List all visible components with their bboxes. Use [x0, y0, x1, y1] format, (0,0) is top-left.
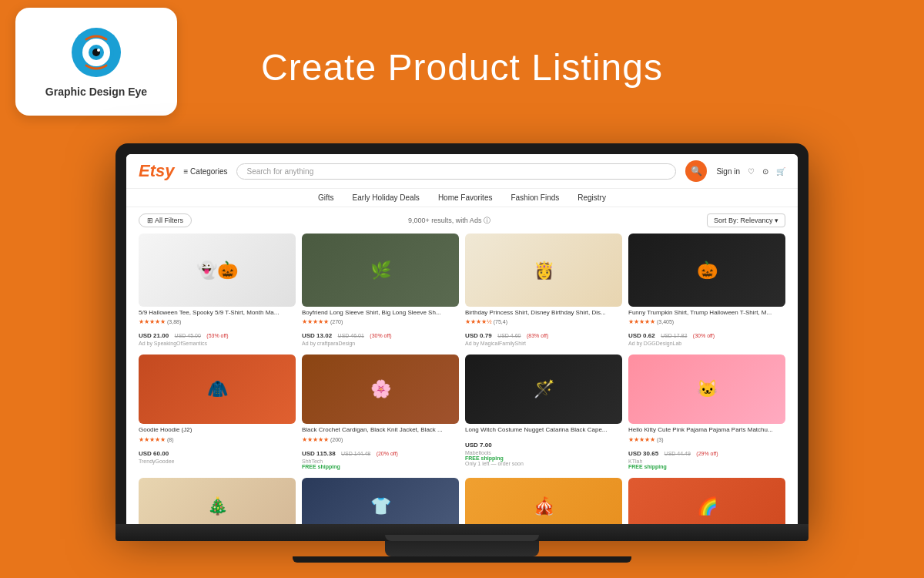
shop-name: Mabeltools	[465, 450, 622, 455]
laptop-stand	[385, 541, 539, 556]
product-name: Long Witch Costume Nugget Catarina Black…	[465, 426, 622, 434]
product-grid: 👻🎃 5/9 Halloween Tee, Spooky 5/9 T-Shirt…	[139, 234, 785, 524]
sub-nav-registry[interactable]: Registry	[578, 193, 606, 202]
sign-in-link[interactable]: Sign in	[716, 167, 740, 176]
product-price-row: USD 30.65 USD 44.49 (29% off)	[628, 445, 785, 459]
shop-name: TrendyGoodee	[139, 459, 296, 464]
search-bar[interactable]: Search for anything	[236, 163, 676, 180]
wishlist-icon[interactable]: ♡	[748, 167, 755, 176]
star-count: (75,4)	[494, 319, 507, 324]
product-name: Goodie Hoodie (J2)	[139, 426, 296, 434]
laptop-body: Etsy ≡ Categories Search for anything 🔍 …	[116, 143, 808, 524]
product-card[interactable]: 👕 START YOUR ONLINE PRINT ON DEMAND T-SH…	[302, 478, 459, 524]
product-stars: ★★★★★ (3)	[628, 436, 785, 443]
product-stars: ★★★★★ (8)	[139, 436, 296, 443]
product-thumbnail: 🌸	[302, 355, 459, 424]
product-name: Black Crochet Cardigan, Black Knit Jacke…	[302, 426, 459, 434]
product-stars: ★★★★½ (75,4)	[465, 318, 622, 325]
product-image: 👸	[465, 234, 622, 307]
product-card[interactable]: 🌈 Colorful Rainbow Jacket... ★★★★★ USD 9…	[628, 478, 785, 524]
product-card[interactable]: 🪄 Long Witch Costume Nugget Catarina Bla…	[465, 355, 622, 471]
star-rating: ★★★★★	[628, 318, 655, 325]
star-rating: ★★★★★	[139, 436, 166, 443]
cart-icon[interactable]: 🛒	[776, 167, 785, 176]
product-image: 🎪	[465, 478, 622, 524]
product-price-row: USD 0.79 USD 4.60 (83% off)	[465, 327, 622, 341]
product-price-row: USD 0.62 USD 17.82 (30% off)	[628, 327, 785, 341]
product-name: 5/9 Halloween Tee, Spooky 5/9 T-Shirt, M…	[139, 309, 296, 317]
star-count: (200)	[330, 437, 343, 442]
product-card[interactable]: 🎃 Funny Trumpkin Shirt, Trump Halloween …	[628, 234, 785, 348]
original-price: USD 46.01	[338, 333, 364, 338]
all-filters-button[interactable]: ⊞ All Filters	[139, 213, 192, 227]
star-count: (270)	[330, 319, 343, 324]
product-card[interactable]: 🌿 Boyfriend Long Sleeve Shirt, Big Long …	[302, 234, 459, 348]
search-button[interactable]: 🔍	[685, 160, 707, 182]
star-rating: ★★★★★	[139, 318, 166, 325]
product-price-row: USD 7.00	[465, 436, 622, 450]
search-placeholder: Search for anything	[246, 167, 313, 176]
discount-badge: (20% off)	[377, 451, 398, 456]
product-image: 🐱	[628, 355, 785, 424]
etsy-nav: Etsy ≡ Categories Search for anything 🔍 …	[126, 154, 798, 189]
product-thumbnail: 🐱	[628, 355, 785, 424]
star-rating: ★★★★★	[628, 436, 655, 443]
product-info: Goodie Hoodie (J2) ★★★★★ (8) USD 60.00 T…	[139, 424, 296, 465]
product-image: 🌈	[628, 478, 785, 524]
shop-name: KTlah	[628, 459, 785, 464]
product-price: USD 7.00	[465, 442, 492, 449]
product-card[interactable]: 🎄 Ugly Christmas Sweater... ★★★★ USD 28.…	[139, 478, 296, 524]
shop-name: Ad by SpeakingOfSemantics	[139, 341, 296, 346]
product-card[interactable]: 👻🎃 5/9 Halloween Tee, Spooky 5/9 T-Shirt…	[139, 234, 296, 348]
star-count: (3,405)	[657, 319, 674, 324]
product-card[interactable]: 👸 Birthday Princess Shirt, Disney Birthd…	[465, 234, 622, 348]
laptop-screen: Etsy ≡ Categories Search for anything 🔍 …	[126, 154, 798, 524]
etsy-content: ⊞ All Filters 9,000+ results, with Ads ⓘ…	[126, 207, 798, 524]
free-shipping-badge: FREE shipping	[465, 455, 622, 461]
nav-actions: Sign in ♡ ⊙ 🛒	[716, 167, 785, 176]
shop-name: Ad by DGGDesignLab	[628, 341, 785, 346]
sub-nav-holiday[interactable]: Early Holiday Deals	[353, 193, 420, 202]
product-card[interactable]: 🐱 Hello Kitty Cute Pink Pajama Pajama Pa…	[628, 355, 785, 471]
product-price-row: USD 115.38 USD 144.48 (20% off)	[302, 445, 459, 459]
product-info: Hello Kitty Cute Pink Pajama Pajama Part…	[628, 424, 785, 471]
product-info: Boyfriend Long Sleeve Shirt, Big Long Sl…	[302, 307, 459, 348]
filters-row: ⊞ All Filters 9,000+ results, with Ads ⓘ…	[139, 213, 785, 227]
product-stars: ★★★★★ (200)	[302, 436, 459, 443]
sub-nav-gifts[interactable]: Gifts	[318, 193, 334, 202]
product-thumbnail: 🌿	[302, 234, 459, 307]
product-card[interactable]: 🎪 Festival Top... ★★★★ USD 42.00	[465, 478, 622, 524]
product-price: USD 0.62	[628, 332, 655, 339]
sub-nav-fashion[interactable]: Fashion Finds	[511, 193, 559, 202]
original-price: USD 4.60	[497, 333, 521, 338]
product-image: 🌸	[302, 355, 459, 424]
product-thumbnail: 🎃	[628, 234, 785, 307]
product-name: Funny Trumpkin Shirt, Trump Halloween T-…	[628, 309, 785, 317]
product-image: 🎃	[628, 234, 785, 307]
product-image: 🌿	[302, 234, 459, 307]
laptop-base	[116, 524, 808, 541]
discount-badge: (53% off)	[206, 333, 228, 338]
product-price: USD 60.00	[139, 450, 169, 457]
discount-badge: (30% off)	[693, 333, 715, 338]
categories-menu[interactable]: ≡ Categories	[183, 167, 227, 176]
product-thumbnail: 🌈	[628, 478, 785, 524]
product-image: 🪄	[465, 355, 622, 424]
sort-button[interactable]: Sort By: Relevancy ▾	[707, 213, 785, 227]
shop-name: ShhTech	[302, 459, 459, 464]
product-name: Boyfriend Long Sleeve Shirt, Big Long Sl…	[302, 309, 459, 317]
star-rating: ★★★★★	[302, 318, 329, 325]
original-price: USD 45.00	[175, 333, 201, 338]
product-card[interactable]: 🧥 Goodie Hoodie (J2) ★★★★★ (8) USD 60.00…	[139, 355, 296, 471]
product-price: USD 0.79	[465, 332, 492, 339]
star-rating: ★★★★★	[302, 436, 329, 443]
sub-nav-home[interactable]: Home Favorites	[438, 193, 493, 202]
account-icon[interactable]: ⊙	[762, 167, 768, 176]
product-price: USD 13.02	[302, 332, 332, 339]
product-card[interactable]: 🌸 Black Crochet Cardigan, Black Knit Jac…	[302, 355, 459, 471]
discount-badge: (30% off)	[370, 333, 391, 338]
product-price: USD 21.00	[139, 332, 169, 339]
original-price: USD 17.82	[661, 333, 687, 338]
product-price: USD 30.65	[628, 450, 658, 457]
product-info: 5/9 Halloween Tee, Spooky 5/9 T-Shirt, M…	[139, 307, 296, 348]
